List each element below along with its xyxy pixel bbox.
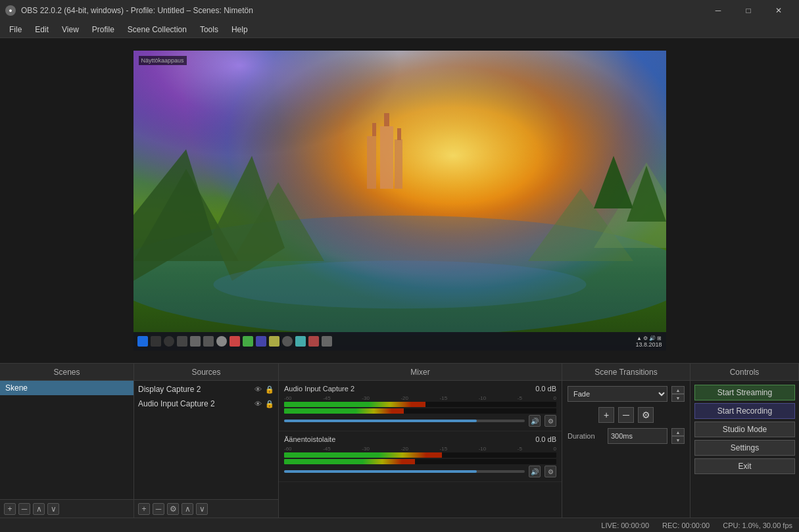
scenes-move-down-button[interactable]: ∨ [47,503,59,515]
mixer-fader-1-fill [284,420,477,422]
sources-list: Display Capture 2 👁 🔒 Audio Input Captur… [134,381,278,499]
taskbar-icon-4 [216,336,227,347]
transition-type-select[interactable]: Fade Cut Swipe Slide Stinger Luma Wipe [568,386,667,402]
scenes-move-up-button[interactable]: ∧ [33,503,45,515]
title-bar-left: ● OBS 22.0.2 (64-bit, windows) - Profile… [5,5,253,16]
sources-move-down-button[interactable]: ∨ [196,503,208,515]
mixer-fader-1[interactable] [284,420,525,422]
source-item-audio-capture[interactable]: Audio Input Capture 2 👁 🔒 [134,397,278,411]
scenes-remove-button[interactable]: ─ [18,503,30,515]
mixer-meter-2a [284,452,556,458]
mixer-settings-2[interactable]: ⚙ [545,466,556,477]
scenes-add-button[interactable]: + [4,503,16,515]
transition-spin-up[interactable]: ▲ [671,386,685,394]
mixer-channel-1-db: 0.0 dB [535,385,556,393]
mixer-channel-2-header: Äänentoistolaite 0.0 dB [284,435,556,443]
transition-duration-row: Duration ▲ ▼ [568,428,685,444]
source-name-audio: Audio Input Capture 2 [138,399,253,408]
transitions-panel-header: Scene Transitions [562,364,690,380]
mixer-mute-1[interactable]: 🔊 [529,415,541,427]
preview-background [133,51,666,351]
menu-scene-collection[interactable]: Scene Collection [121,21,193,37]
panel-headers: Scenes Sources Mixer Scene Transitions C… [0,364,799,381]
transition-type-row: Fade Cut Swipe Slide Stinger Luma Wipe ▲… [568,386,685,402]
preview-area: Näyttökaappaus [0,38,799,363]
mixer-controls-1: 🔊 ⚙ [284,415,556,427]
taskbar-icon-8 [269,336,279,347]
source-visibility-icon-1[interactable]: 👁 [253,385,262,394]
source-name-display: Display Capture 2 [138,385,253,394]
menu-file[interactable]: File [3,21,28,37]
source-visibility-icon-2[interactable]: 👁 [253,399,262,408]
mixer-fader-2-fill [284,470,477,473]
close-button[interactable]: ✕ [763,0,794,21]
preview-taskbar: ▲ ⚙ 🔊 ⊞ 13.8.2018 [133,332,666,351]
mixer-channel-2-name: Äänentoistolaite [284,435,335,443]
sources-remove-button[interactable]: ─ [153,503,164,515]
transition-add-button[interactable]: + [598,407,614,423]
taskbar-icon-2 [190,336,201,347]
mixer-channel-1: Audio Input Capture 2 0.0 dB -60-45-30-2… [279,381,562,431]
studio-mode-button[interactable]: Studio Mode [694,422,795,437]
taskbar-icon-1 [177,336,187,347]
bottom-panel: Scenes Sources Mixer Scene Transitions C… [0,363,799,518]
transition-spin-down[interactable]: ▼ [671,394,685,402]
exit-button[interactable]: Exit [694,458,795,474]
svg-rect-12 [384,113,389,126]
preview-canvas[interactable]: Näyttökaappaus [133,51,666,351]
source-item-display-capture[interactable]: Display Capture 2 👁 🔒 [134,382,278,397]
taskbar-time: ▲ ⚙ 🔊 ⊞ 13.8.2018 [635,335,662,348]
menu-help[interactable]: Help [225,21,254,37]
controls-panel: Start Streaming Start Recording Studio M… [690,381,799,518]
start-streaming-button[interactable]: Start Streaming [694,385,795,400]
transition-remove-button[interactable]: ─ [618,407,634,423]
sources-add-button[interactable]: + [138,503,150,515]
mixer-channel-1-header: Audio Input Capture 2 0.0 dB [284,385,556,393]
source-lock-icon-1[interactable]: 🔒 [265,385,274,394]
transition-duration-label: Duration [568,432,604,440]
rec-status: REC: 00:00:00 [662,521,710,529]
taskbar-right-area: ▲ ⚙ 🔊 ⊞ 13.8.2018 [635,335,662,348]
mixer-meter-2a-fill [284,452,442,458]
mixer-fader-2[interactable] [284,470,525,473]
scenes-list: Skene [0,381,133,499]
taskbar-icon-12 [322,336,332,347]
source-lock-icon-2[interactable]: 🔒 [265,399,274,408]
taskbar-icon-7 [256,336,266,347]
scene-item-skene[interactable]: Skene [0,381,133,395]
duration-spin-down[interactable]: ▼ [671,436,685,444]
transition-duration-input[interactable] [608,428,667,444]
controls-panel-header: Controls [690,364,799,380]
maximize-button[interactable]: □ [733,0,763,21]
transition-settings-button[interactable]: ⚙ [638,407,654,423]
svg-rect-8 [367,136,376,189]
start-recording-button[interactable]: Start Recording [694,403,795,419]
mixer-panel: Audio Input Capture 2 0.0 dB -60-45-30-2… [279,381,562,518]
status-bar: LIVE: 00:00:00 REC: 00:00:00 CPU: 1.0%, … [0,518,799,532]
sources-settings-button[interactable]: ⚙ [167,503,179,515]
menu-edit[interactable]: Edit [28,21,55,37]
title-bar: ● OBS 22.0.2 (64-bit, windows) - Profile… [0,0,799,21]
window-controls: ─ □ ✕ [703,0,794,21]
start-icon [137,336,148,347]
duration-spin-up[interactable]: ▲ [671,428,685,436]
mixer-channel-2: Äänentoistolaite 0.0 dB -60-45-30-20-15-… [279,431,562,482]
settings-button[interactable]: Settings [694,440,795,456]
menu-profile[interactable]: Profile [85,21,121,37]
mixer-mute-2[interactable]: 🔊 [529,466,541,477]
mixer-settings-1[interactable]: ⚙ [545,415,556,427]
menu-bar: File Edit View Profile Scene Collection … [0,21,799,38]
menu-tools[interactable]: Tools [193,21,225,37]
mixer-meter-1a [284,402,556,407]
mixer-channel-2-db: 0.0 dB [535,435,556,443]
svg-rect-13 [397,128,401,140]
mixer-meter-2b [284,459,556,464]
mixer-meter-2b-fill [284,459,415,464]
sources-move-up-button[interactable]: ∧ [182,503,193,515]
scenes-panel-header: Scenes [0,364,134,380]
minimize-button[interactable]: ─ [703,0,733,21]
menu-view[interactable]: View [55,21,85,37]
app-icon: ● [5,5,16,16]
title-text: OBS 22.0.2 (64-bit, windows) - Profile: … [21,6,253,15]
svg-point-18 [213,260,586,308]
